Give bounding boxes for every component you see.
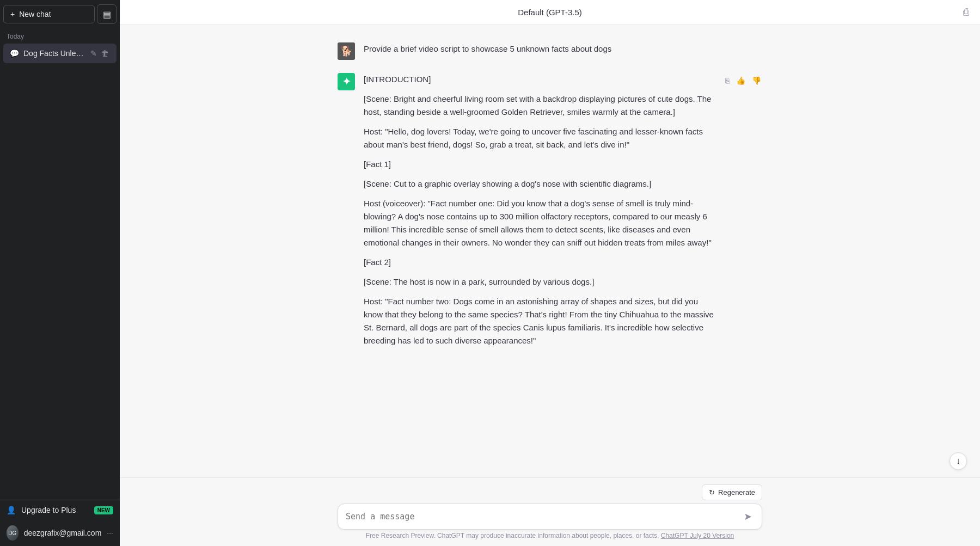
assistant-avatar: ✦ (338, 73, 355, 90)
chat-input-area: ↻ Regenerate ➤ Free Research Preview. Ch… (120, 477, 980, 546)
more-options-icon[interactable]: ··· (107, 529, 113, 537)
upgrade-to-plus-item[interactable]: 👤 Upgrade to Plus NEW (0, 500, 120, 520)
regenerate-area: ↻ Regenerate (338, 484, 762, 500)
today-section-label: Today (0, 28, 120, 42)
upgrade-label: Upgrade to Plus (21, 506, 76, 514)
chat-header: Default (GPT-3.5) ⎙ (120, 0, 980, 25)
chat-messages: 🐕 Provide a brief video script to showca… (120, 25, 980, 477)
user-message-text: Provide a brief video script to showcase… (364, 42, 762, 56)
edit-chat-button[interactable]: ✎ (89, 48, 98, 59)
thumbs-down-button[interactable]: 👎 (751, 75, 762, 86)
host-fact1: Host (voiceover): "Fact number one: Did … (364, 197, 715, 249)
section-fact1: [Fact 1] (364, 158, 715, 171)
model-name: Default (GPT-3.5) (518, 8, 582, 17)
user-icon: 👤 (7, 506, 16, 514)
user-message-row: 🐕 Provide a brief video script to showca… (305, 36, 795, 66)
sidebar: + New chat ▤ Today 💬 Dog Facts Unleashed… (0, 0, 120, 546)
chat-icon: 💬 (10, 49, 19, 58)
message-input[interactable] (346, 511, 742, 523)
assistant-message-actions: ⎘ 👍 👎 (724, 73, 762, 347)
thumbs-up-button[interactable]: 👍 (735, 75, 746, 86)
avatar: DG (7, 525, 19, 541)
sidebar-footer: 👤 Upgrade to Plus NEW DG deezgrafix@gmai… (0, 500, 120, 546)
footer-note-text: Free Research Preview. ChatGPT may produ… (366, 532, 659, 539)
plus-icon: + (10, 10, 15, 19)
scene-1: [Scene: Bright and cheerful living room … (364, 93, 715, 119)
message-input-wrapper: ➤ (338, 504, 762, 530)
regenerate-label: Regenerate (718, 488, 755, 496)
user-account-item[interactable]: DG deezgrafix@gmail.com ··· (0, 520, 120, 546)
footer-link[interactable]: ChatGPT July 20 Version (661, 532, 734, 539)
main-content: Default (GPT-3.5) ⎙ 🐕 Provide a brief vi… (120, 0, 980, 546)
scene-3: [Scene: The host is now in a park, surro… (364, 275, 715, 289)
chat-item-label: Dog Facts Unleashed (23, 49, 85, 58)
user-email: deezgrafix@gmail.com (24, 529, 102, 537)
gpt-icon: ✦ (342, 76, 351, 88)
regenerate-button[interactable]: ↻ Regenerate (702, 484, 762, 500)
scene-2: [Scene: Cut to a graphic overlay showing… (364, 177, 715, 191)
scroll-down-button[interactable]: ↓ (950, 452, 967, 470)
chat-item-actions: ✎ 🗑 (89, 48, 110, 59)
host-intro: Host: "Hello, dog lovers! Today, we're g… (364, 125, 715, 151)
user-message-avatar: 🐕 (338, 42, 355, 60)
sidebar-toggle-button[interactable]: ▤ (97, 4, 117, 24)
user-message-content: Provide a brief video script to showcase… (364, 42, 762, 60)
regenerate-icon: ↻ (709, 488, 715, 496)
new-chat-button[interactable]: + New chat (3, 5, 95, 23)
footer-note: Free Research Preview. ChatGPT may produ… (338, 530, 762, 542)
user-avatar-image: DG (7, 525, 19, 541)
delete-chat-button[interactable]: 🗑 (100, 48, 110, 59)
host-fact2: Host: "Fact number two: Dogs come in an … (364, 295, 715, 347)
new-chat-label: New chat (19, 10, 51, 19)
send-button[interactable]: ➤ (742, 510, 754, 524)
assistant-message-row: ✦ [INTRODUCTION] [Scene: Bright and chee… (305, 66, 795, 354)
section-introduction: [INTRODUCTION] (364, 73, 715, 86)
section-fact2: [Fact 2] (364, 256, 715, 269)
sidebar-header: + New chat ▤ (0, 0, 120, 28)
copy-message-button[interactable]: ⎘ (724, 75, 731, 86)
new-badge: NEW (94, 506, 113, 514)
toggle-icon: ▤ (103, 9, 111, 20)
sidebar-item-dog-facts[interactable]: 💬 Dog Facts Unleashed ✎ 🗑 (3, 44, 117, 63)
share-button[interactable]: ⎙ (963, 7, 969, 18)
assistant-message-content: [INTRODUCTION] [Scene: Bright and cheerf… (364, 73, 715, 347)
